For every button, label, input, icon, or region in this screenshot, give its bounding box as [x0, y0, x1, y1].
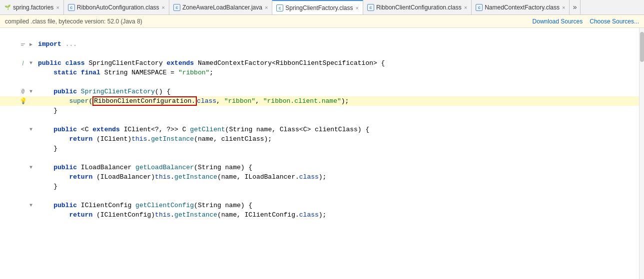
code-line-empty6 [0, 191, 639, 201]
code-text-get-config: public IClientConfig getClientConfig(Str… [34, 202, 639, 209]
scrollbar-thumb[interactable] [640, 32, 644, 62]
code-text-empty4 [34, 116, 639, 124]
code-line-empty2 [0, 49, 639, 58]
code-line-return-config: return (IClientConfig)this.getInstance(n… [0, 210, 639, 220]
choose-sources-link[interactable]: Choose Sources... [590, 18, 639, 25]
code-text-close-get-lb: } [34, 183, 639, 190]
tab-named-context-factory-label: NamedContextFactory.class [485, 4, 560, 11]
fold-get-config[interactable]: ▼ [28, 203, 34, 208]
tab-ribbon-client-config[interactable]: c RibbonClientConfiguration.class × [363, 0, 472, 15]
tab-zone-aware[interactable]: c ZoneAwareLoadBalancer.java × [169, 0, 272, 15]
class-icon-4: c [476, 4, 483, 11]
tab-zone-aware-label: ZoneAwareLoadBalancer.java [182, 4, 262, 11]
code-line-empty3 [0, 77, 639, 87]
code-line-close-constructor: } [0, 106, 639, 115]
code-text-namespace: static final String NAMESPACE = "ribbon"… [34, 69, 639, 76]
code-text-constructor: public SpringClientFactory() { [34, 88, 639, 95]
tab-close-ribbon-client[interactable]: × [464, 4, 467, 10]
tab-bar: 🌱 spring.factories × c RibbonAutoConfigu… [0, 0, 644, 15]
download-sources-link[interactable]: Download Sources [533, 18, 583, 25]
code-line-get-config: ▼ public IClientConfig getClientConfig(S… [0, 201, 639, 210]
tab-spring-client-factory[interactable]: c SpringClientFactory.class × [272, 0, 363, 15]
tab-spring-factories-label: spring.factories [13, 4, 53, 11]
code-line-empty5 [0, 153, 639, 163]
spring-icon: 🌱 [4, 4, 11, 11]
code-text-close-constr: } [34, 107, 639, 114]
source-actions: Download Sources Choose Sources... [533, 18, 639, 25]
fold-get-lb[interactable]: ▼ [28, 165, 34, 170]
code-line-empty4 [0, 115, 639, 125]
tab-ribbon-client-config-label: RibbonClientConfiguration.class [376, 4, 462, 11]
info-bar: compiled .class file, bytecode version: … [0, 15, 644, 28]
code-text-return-client: return (IClient)this.getInstance(name, c… [34, 135, 639, 143]
code-line-empty1 [0, 30, 639, 39]
code-text-return-config: return (IClientConfig)this.getInstance(n… [34, 211, 639, 219]
code-content: ▶ import ... I ▼ publ [0, 28, 639, 222]
interface-icon: I [18, 60, 28, 67]
code-line-class-decl: I ▼ public class SpringClientFactory ext… [0, 58, 639, 68]
code-text-return-lb: return (ILoadBalancer)this.getInstance(n… [34, 173, 639, 181]
tab-spring-factories[interactable]: 🌱 spring.factories × [0, 0, 64, 15]
code-text-empty6 [34, 192, 639, 200]
java-icon-1: c [173, 4, 180, 11]
tab-close-spring-factories[interactable]: × [56, 4, 59, 10]
editor-container: ▶ import ... I ▼ publ [0, 28, 644, 279]
code-text-empty2 [34, 50, 639, 57]
tab-overflow-button[interactable]: » [570, 0, 580, 15]
code-line-close-get-client: } [0, 144, 639, 153]
gutter-icon-import [18, 42, 28, 47]
svg-rect-0 [21, 43, 25, 44]
code-text-empty3 [34, 78, 639, 86]
bulb-icon[interactable]: 💡 [18, 97, 28, 105]
tab-named-context-factory[interactable]: c NamedContextFactory.class × [472, 0, 570, 15]
code-text-empty5 [34, 154, 639, 162]
fold-get-client[interactable]: ▼ [28, 127, 34, 132]
tab-close-spring-client[interactable]: × [356, 5, 359, 11]
class-icon-3: c [367, 4, 374, 11]
tab-close-ribbon-auto[interactable]: × [162, 4, 165, 10]
code-text-empty1 [34, 31, 639, 38]
code-line-constructor: @ ▼ public SpringClientFactory() { [0, 87, 639, 96]
class-icon-2: c [276, 4, 283, 11]
code-line-import: ▶ import ... [0, 39, 639, 49]
code-line-super: 💡 super(RibbonClientConfiguration.class,… [0, 96, 639, 106]
code-line-return-client: return (IClient)this.getInstance(name, c… [0, 134, 639, 144]
vertical-scrollbar[interactable] [639, 28, 644, 279]
code-text-get-client: public <C extends IClient<?, ?>> C getCl… [34, 126, 639, 133]
tab-close-named-context[interactable]: × [562, 4, 565, 10]
svg-rect-1 [21, 45, 23, 46]
gutter-icon-constructor: @ [18, 89, 28, 94]
code-text-import: import ... [34, 40, 639, 48]
tab-close-zone-aware[interactable]: × [265, 4, 268, 10]
bytecode-info: compiled .class file, bytecode version: … [5, 18, 142, 25]
fold-constructor[interactable]: ▼ [28, 89, 34, 94]
tab-ribbon-auto-config[interactable]: c RibbonAutoConfiguration.class × [64, 0, 169, 15]
code-text-class: public class SpringClientFactory extends… [34, 59, 639, 67]
code-line-close-get-lb: } [0, 182, 639, 191]
code-text-close-get-client: } [34, 145, 639, 152]
tab-spring-client-factory-label: SpringClientFactory.class [285, 4, 353, 11]
fold-class[interactable]: ▼ [28, 60, 34, 66]
code-line-get-client: ▼ public <C extends IClient<?, ?>> C get… [0, 125, 639, 134]
code-text-get-lb: public ILoadBalancer getLoadBalancer(Str… [34, 164, 639, 171]
tab-ribbon-auto-config-label: RibbonAutoConfiguration.class [77, 4, 159, 11]
code-area[interactable]: ▶ import ... I ▼ publ [0, 28, 639, 279]
fold-import[interactable]: ▶ [28, 41, 34, 47]
code-line-namespace: static final String NAMESPACE = "ribbon"… [0, 68, 639, 77]
code-line-get-lb: ▼ public ILoadBalancer getLoadBalancer(S… [0, 163, 639, 172]
class-icon-1: c [68, 4, 75, 11]
code-text-super: super(RibbonClientConfiguration.class, "… [34, 97, 639, 105]
code-line-return-lb: return (ILoadBalancer)this.getInstance(n… [0, 172, 639, 182]
